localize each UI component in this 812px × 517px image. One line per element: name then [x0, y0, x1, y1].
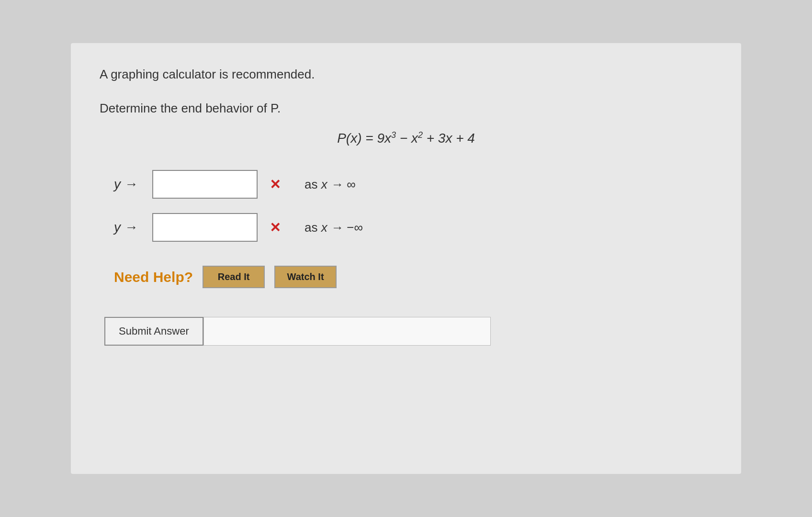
need-help-row: Need Help? Read It Watch It — [100, 266, 712, 288]
watch-it-button[interactable]: Watch It — [274, 266, 337, 288]
answer-row-2: y → ✕ as x → −∞ — [114, 213, 712, 242]
answer-rows: y → ✕ as x → ∞ y → ✕ as x → −∞ — [100, 170, 712, 242]
equation-display: P(x) = 9x3 − x2 + 3x + 4 — [100, 130, 712, 146]
y-arrow-2: y → — [114, 220, 143, 235]
submit-section: Submit Answer — [100, 317, 712, 346]
read-it-button[interactable]: Read It — [203, 266, 265, 288]
condition-text-1: as x → ∞ — [304, 177, 356, 192]
main-container: A graphing calculator is recommended. De… — [71, 43, 741, 474]
y-arrow-1: y → — [114, 177, 143, 192]
answer-input-2[interactable] — [152, 213, 258, 242]
need-help-label: Need Help? — [114, 269, 193, 285]
answer-row-1: y → ✕ as x → ∞ — [114, 170, 712, 199]
x-mark-1: ✕ — [270, 177, 281, 192]
condition-text-2: as x → −∞ — [304, 220, 363, 235]
answer-input-1[interactable] — [152, 170, 258, 199]
submit-answer-button[interactable]: Submit Answer — [104, 317, 203, 346]
equation-italic: P(x) = 9x3 − x2 + 3x + 4 — [337, 131, 475, 146]
x-mark-2: ✕ — [270, 220, 281, 236]
submit-area-box — [203, 317, 491, 346]
determine-text: Determine the end behavior of P. — [100, 101, 712, 116]
calculator-note: A graphing calculator is recommended. — [100, 67, 712, 82]
